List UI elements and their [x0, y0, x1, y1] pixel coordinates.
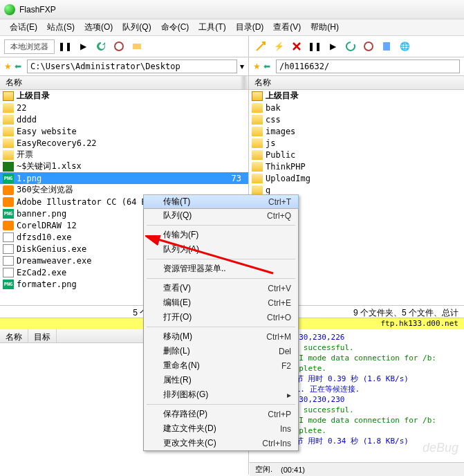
back-icon[interactable]: ⬅: [15, 62, 21, 71]
svg-point-0: [115, 42, 123, 51]
file-row[interactable]: 开票: [0, 149, 248, 161]
file-row[interactable]: ThinkPHP: [249, 161, 464, 172]
folder-icon: [252, 150, 263, 160]
bolt-icon[interactable]: ⚡: [271, 39, 286, 54]
menu-item[interactable]: 选项(O): [80, 19, 117, 35]
file-row[interactable]: css: [249, 113, 464, 125]
context-menu[interactable]: 传输(T)Ctrl+T队列(Q)Ctrl+Q传输为(F)队列为(A)资源管理器菜…: [143, 194, 299, 451]
menu-shortcut: Ctrl+V: [268, 284, 291, 293]
file-row[interactable]: Public: [249, 149, 464, 161]
menu-label: 传输为(F): [163, 229, 198, 241]
file-row[interactable]: PNG1.png73: [0, 172, 248, 184]
file-row[interactable]: dddd: [0, 113, 248, 125]
refresh-icon[interactable]: [93, 39, 109, 54]
file-name: EzCad2.exe: [17, 268, 66, 277]
pause-icon[interactable]: ❚❚: [57, 39, 73, 54]
play2-icon[interactable]: ▶: [325, 39, 340, 54]
local-path-input[interactable]: [27, 60, 237, 73]
connect-icon[interactable]: [253, 39, 268, 54]
context-menu-item[interactable]: 编辑(E)Ctrl+E: [144, 295, 298, 310]
context-menu-item[interactable]: 传输为(F): [144, 228, 298, 242]
local-browser-label[interactable]: 本地浏览器: [4, 39, 55, 54]
globe-icon[interactable]: 🌐: [397, 39, 412, 54]
context-menu-item[interactable]: 删除(L)Del: [144, 344, 298, 358]
refresh2-icon[interactable]: [343, 39, 358, 54]
back-icon[interactable]: ⬅: [263, 62, 270, 71]
menu-label: 队列为(A): [163, 244, 199, 255]
disconnect-icon[interactable]: [289, 39, 304, 54]
file-row[interactable]: images: [249, 125, 464, 137]
remote-col-header[interactable]: 名称: [249, 76, 464, 90]
context-menu-item[interactable]: 更改文件夹(C)Ctrl+Ins: [144, 436, 298, 450]
menu-shortcut: Ctrl+M: [266, 332, 291, 342]
file-row[interactable]: bak: [249, 102, 464, 113]
pause2-icon[interactable]: ❚❚: [307, 39, 322, 54]
book-icon[interactable]: [379, 39, 394, 54]
col-resizer[interactable]: [240, 76, 248, 89]
png-icon: PNG: [3, 174, 14, 183]
queue-col-name[interactable]: 名称: [0, 329, 28, 342]
context-menu-item[interactable]: 查看(V)Ctrl+V: [144, 281, 298, 295]
folder-icon: [3, 115, 14, 125]
context-menu-item[interactable]: 属性(R): [144, 373, 298, 387]
file-name: UploadImg: [266, 174, 310, 183]
transfer-mode-icon[interactable]: [129, 39, 145, 54]
file-name: dfzsd10.exe: [17, 232, 71, 242]
menu-item[interactable]: 工具(T): [194, 19, 230, 35]
watermark: deBug: [423, 441, 458, 455]
queue-col-target[interactable]: 目标: [28, 329, 57, 342]
context-menu-item[interactable]: 建立文件夹(D)Ins: [144, 421, 298, 436]
menu-item[interactable]: 帮助(H): [306, 19, 343, 35]
menu-shortcut: Ctrl+E: [268, 298, 291, 308]
context-menu-item[interactable]: 重命名(N)F2: [144, 358, 298, 373]
context-menu-item[interactable]: 传输(T)Ctrl+T: [143, 194, 299, 209]
app-icon: [3, 185, 14, 195]
folder-icon: [252, 174, 263, 183]
context-menu-item[interactable]: 保存路径(P)Ctrl+P: [144, 407, 298, 421]
address-bars: ★ ⬅ ▾ ★ ⬅: [0, 57, 464, 76]
menu-label: 编辑(E): [163, 297, 191, 309]
status-idle: 空闲.: [255, 464, 272, 475]
menu-item[interactable]: 查看(V): [269, 19, 305, 35]
context-menu-item[interactable]: 移动(M)Ctrl+M: [144, 329, 298, 344]
menu-item[interactable]: 队列(Q): [118, 19, 155, 35]
menu-label: 重命名(N): [163, 360, 200, 372]
context-menu-item[interactable]: 打开(O)Ctrl+O: [144, 310, 298, 324]
submenu-arrow-icon: ▸: [287, 390, 291, 400]
remote-path-input[interactable]: [276, 60, 460, 73]
context-menu-item[interactable]: 排列图标(G)▸: [144, 387, 298, 402]
context-menu-item[interactable]: 队列为(A): [144, 242, 298, 257]
star-icon[interactable]: ★: [253, 62, 261, 71]
menu-label: 删除(L): [163, 345, 190, 357]
file-name: DiskGenius.exe: [17, 244, 86, 254]
file-row[interactable]: UploadImg: [249, 172, 464, 184]
menu-item[interactable]: 命令(C): [157, 19, 194, 35]
local-col-header[interactable]: 名称: [0, 76, 248, 90]
play-icon[interactable]: ▶: [75, 39, 91, 54]
menu-item[interactable]: 站点(S): [43, 19, 79, 35]
file-row[interactable]: js: [249, 137, 464, 149]
file-name: 360安全浏览器: [17, 184, 73, 196]
star-icon[interactable]: ★: [4, 62, 12, 71]
menu-item[interactable]: 目录(D): [232, 19, 268, 35]
parent-dir-row[interactable]: 上级目录: [0, 90, 248, 102]
app-icon: [3, 221, 14, 230]
abort-icon[interactable]: [111, 39, 127, 54]
context-menu-item[interactable]: 队列(Q)Ctrl+Q: [144, 208, 298, 223]
file-row[interactable]: Easy website: [0, 125, 248, 137]
file-row[interactable]: ~$关键词1.xlsx: [0, 161, 248, 172]
parent-dir-row[interactable]: 上级目录: [249, 90, 464, 102]
file-row[interactable]: 22: [0, 102, 248, 113]
png-icon: PNG: [3, 209, 14, 219]
menu-label: 排列图标(G): [163, 389, 208, 401]
file-row[interactable]: EasyRecovery6.22: [0, 137, 248, 149]
menu-item[interactable]: 会话(E): [6, 19, 41, 35]
abort2-icon[interactable]: [361, 39, 376, 54]
png-icon: PNG: [3, 280, 14, 289]
context-menu-item[interactable]: 资源管理器菜单..: [144, 262, 298, 276]
menu-shortcut: Ctrl+O: [267, 313, 291, 322]
svg-rect-1: [133, 44, 141, 49]
toolbar-right: ⚡ ❚❚ ▶ 🌐: [249, 36, 464, 57]
dropdown-icon[interactable]: ▾: [240, 62, 244, 71]
file-name: 1.png: [17, 174, 41, 183]
